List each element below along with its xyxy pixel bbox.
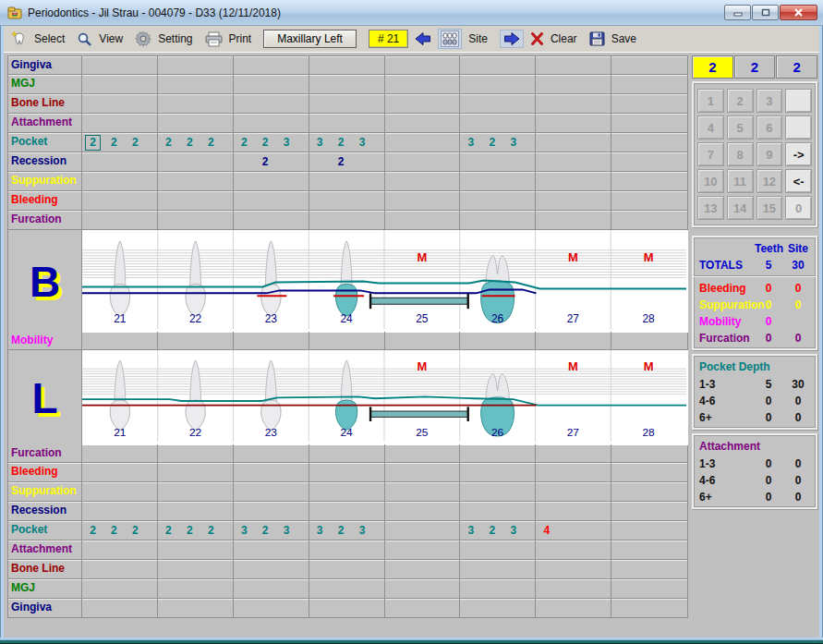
cell-attachment-tooth-28[interactable] [611,541,687,559]
cell-mgj-tooth-26[interactable] [460,75,536,93]
cell-gingiva-tooth-28[interactable] [611,599,687,617]
site-value[interactable]: 3 [312,524,328,538]
next-site-arrow-icon[interactable] [500,30,524,48]
cell-bone-line-tooth-22[interactable] [158,94,234,113]
site-value[interactable]: 3 [312,136,328,150]
cell-attachment-tooth-27[interactable] [536,541,611,559]
select-tooth-icon[interactable] [11,30,28,47]
site-chart-icon[interactable] [438,29,462,49]
cell-bone-line-tooth-23[interactable] [234,560,309,578]
cell-recession-tooth-26[interactable] [460,502,536,520]
cell-pocket-tooth-23[interactable]: 223 [234,133,309,152]
cell-furcation-tooth-24[interactable] [309,211,385,229]
cell-bone-line-tooth-24[interactable] [309,560,385,578]
cell-mgj-tooth-24[interactable] [309,75,385,93]
cell-attachment-tooth-21[interactable] [82,541,158,559]
cell-furcation-tooth-26[interactable] [460,211,536,229]
site-value[interactable]: 3 [236,524,252,538]
cell-furcation-tooth-21[interactable] [82,444,158,462]
site-value[interactable]: 2 [127,136,143,150]
site-value[interactable]: 2 [258,136,273,150]
cell-bone-line-tooth-26[interactable] [460,94,536,113]
cell-bone-line-tooth-24[interactable] [309,94,385,113]
cell-recession-tooth-27[interactable] [536,152,611,171]
prev-site-arrow-icon[interactable] [415,32,431,45]
cell-attachment-tooth-23[interactable] [234,541,309,559]
cell-pocket-tooth-27[interactable]: 4 [536,521,611,540]
cell-pocket-tooth-25[interactable] [385,521,461,540]
cell-recession-tooth-25[interactable] [385,152,461,171]
cell-attachment-tooth-22[interactable] [158,114,234,132]
site-value[interactable]: 2 [127,524,143,538]
cell-furcation-tooth-22[interactable] [158,211,234,229]
cell-furcation-tooth-27[interactable] [536,211,611,229]
keypad-key-11[interactable]: 11 [727,169,754,193]
site-value-cell-3[interactable]: 2 [776,55,817,79]
keypad-key-4[interactable]: 4 [697,115,724,140]
cell-bleeding-tooth-25[interactable] [385,463,461,481]
cell-suppuration-tooth-21[interactable] [82,172,158,190]
cell-furcation-tooth-25[interactable] [385,211,461,229]
cell-recession-tooth-24[interactable] [309,502,385,520]
cell-suppuration-tooth-27[interactable] [536,172,611,190]
site-value[interactable]: 4 [539,524,554,538]
keypad-key-15[interactable]: 15 [756,196,783,220]
keypad-key-9[interactable]: 9 [756,142,783,166]
clear-x-icon[interactable] [530,32,544,45]
keypad-key-14[interactable]: 14 [727,196,754,220]
minimize-button[interactable] [724,5,751,20]
cell-bleeding-tooth-22[interactable] [158,191,234,210]
keypad-key-7[interactable]: 7 [697,142,724,166]
cell-suppuration-tooth-25[interactable] [385,482,461,501]
cell-gingiva-tooth-22[interactable] [158,56,234,74]
keypad-key-2[interactable]: 2 [727,89,754,113]
cell-suppuration-tooth-26[interactable] [460,172,536,190]
cell-attachment-tooth-28[interactable] [611,114,687,132]
cell-attachment-tooth-26[interactable] [460,541,536,559]
cell-gingiva-tooth-27[interactable] [536,599,611,617]
keypad-key-13[interactable]: 13 [697,196,724,220]
site-value[interactable]: 2 [161,524,176,538]
site-value[interactable]: 2 [203,524,219,538]
cell-mgj-tooth-27[interactable] [536,75,611,93]
cell-bleeding-tooth-28[interactable] [611,191,687,210]
cell-mgj-tooth-22[interactable] [158,75,234,93]
cell-mgj-tooth-22[interactable] [158,579,234,598]
site-value[interactable]: 2 [182,524,198,538]
cell-recession-tooth-22[interactable] [158,502,234,520]
cell-recession-tooth-23[interactable] [234,502,309,520]
site-button[interactable]: Site [468,32,488,45]
site-value[interactable]: 2 [161,136,176,150]
site-value[interactable]: 2 [258,524,273,538]
keypad-key-blank[interactable] [785,89,812,113]
cell-furcation-tooth-28[interactable] [611,211,687,229]
keypad-arrow-prev[interactable]: <- [785,169,812,193]
cell-gingiva-tooth-25[interactable] [385,599,461,617]
cell-furcation-tooth-23[interactable] [234,444,309,462]
cell-suppuration-tooth-24[interactable] [309,482,385,501]
cell-gingiva-tooth-22[interactable] [158,599,234,617]
cell-bleeding-tooth-23[interactable] [234,463,309,481]
site-value[interactable]: 2 [85,135,101,151]
cell-pocket-tooth-21[interactable]: 222 [82,133,158,152]
cell-mobility-tooth-25[interactable] [385,332,461,349]
cell-mgj-tooth-25[interactable] [385,579,461,598]
cell-suppuration-tooth-24[interactable] [309,172,385,190]
cell-recession-tooth-26[interactable] [460,152,536,171]
cell-bone-line-tooth-21[interactable] [82,560,158,578]
cell-attachment-tooth-24[interactable] [309,114,385,132]
site-value[interactable]: 3 [505,524,521,538]
site-value[interactable]: 3 [279,524,295,538]
cell-gingiva-tooth-26[interactable] [460,599,536,617]
cell-bleeding-tooth-25[interactable] [385,191,461,210]
cell-bleeding-tooth-28[interactable] [611,463,687,481]
cell-mobility-tooth-28[interactable] [611,332,687,349]
site-value[interactable]: 2 [333,155,349,169]
cell-furcation-tooth-28[interactable] [611,444,687,462]
site-value[interactable]: 2 [85,524,101,538]
cell-attachment-tooth-27[interactable] [536,114,611,132]
cell-bleeding-tooth-26[interactable] [460,191,536,210]
cell-bleeding-tooth-23[interactable] [234,191,309,210]
cell-furcation-tooth-21[interactable] [82,211,158,229]
cell-mgj-tooth-26[interactable] [460,579,536,598]
